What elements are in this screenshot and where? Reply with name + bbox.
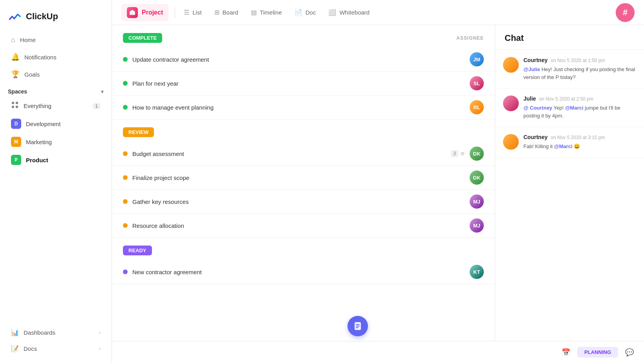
avatar: DK [470,170,484,185]
sidebar-item-notifications[interactable]: 🔔 Notifications [3,49,108,65]
tab-whiteboard[interactable]: ⬜ Whiteboard [323,6,375,19]
task-row[interactable]: New contractor agreement KT [112,260,495,284]
marketing-badge: M [11,137,21,147]
sidebar-item-marketing[interactable]: M Marketing [3,133,108,150]
dashboards-chevron-icon: › [99,330,101,336]
task-row[interactable]: How to manage event planning RL [112,95,495,119]
hash-button[interactable]: # [616,3,635,22]
docs-icon: 📝 [11,345,19,352]
section-complete: COMPLETE ASSIGNEE Update contractor agre… [112,25,495,119]
avatar: RL [470,100,484,114]
home-icon: ⌂ [11,36,15,44]
task-row[interactable]: Resource allocation MJ [112,214,495,238]
tab-doc-label: Doc [306,9,316,16]
sidebar-item-notifications-label: Notifications [24,54,57,60]
logo-text: ClickUp [26,11,58,22]
section-review-header: REVIEW [112,119,495,142]
section-review: REVIEW Budget assessment 3 ⟳ DK Finalize… [112,119,495,238]
svg-rect-0 [12,102,14,104]
chat-avatar [503,57,519,73]
tab-list[interactable]: ☰ List [178,6,207,19]
svg-rect-1 [16,102,18,104]
clickup-logo-icon [8,9,22,24]
chat-avatar [503,134,519,150]
subtask-icon: ⟳ [461,151,465,157]
task-row[interactable]: Plan for next year SL [112,72,495,95]
complete-badge: COMPLETE [123,33,162,43]
top-right-area: # [616,3,635,22]
chat-time: on Nov 5 2020 at 1:50 pm [551,58,605,63]
chat-author: Courtney [523,57,547,63]
chat-time: on Nov 5 2020 at 2:50 pm [539,96,593,102]
sidebar-item-development[interactable]: D Development [3,115,108,132]
top-navigation: Project ☰ List ⊞ Board ▤ Timeline 📄 Doc … [112,0,644,25]
chat-messages: Courtney on Nov 5 2020 at 1:50 pm @Julie… [495,50,644,341]
chat-mention: @Julie [523,66,540,72]
chat-mention: @ Courtney [523,105,552,111]
task-dot-yellow [123,223,128,228]
doc-icon: 📄 [295,9,302,16]
everything-label: Everything [24,103,51,109]
task-dot-purple [123,270,128,274]
tab-timeline[interactable]: ▤ Timeline [245,6,287,19]
task-row[interactable]: Gather key resources MJ [112,190,495,214]
task-name: Update contractor agreement [132,56,465,63]
avatar: MJ [470,194,484,209]
section-ready: READY New contractor agreement KT [112,238,495,284]
spaces-section-header: Spaces ▾ [0,83,112,97]
task-row[interactable]: Finalize project scope DK [112,166,495,190]
nav-divider [175,7,175,18]
sidebar-item-home[interactable]: ⌂ Home [3,32,108,48]
logo: ClickUp [0,6,112,31]
sidebar-item-home-label: Home [20,37,36,43]
chat-mention: @Marci [565,105,584,111]
doc-fab-button[interactable] [348,316,368,336]
tab-timeline-label: Timeline [260,9,282,16]
sidebar-item-docs[interactable]: 📝 Docs › [3,341,108,356]
task-name: How to manage event planning [132,104,465,111]
sidebar-item-goals-label: Goals [24,71,40,78]
chat-title: Chat [505,33,524,43]
sidebar-item-product[interactable]: P Product [3,151,108,169]
tab-list-label: List [192,9,201,16]
chat-icon[interactable]: 💬 [623,346,636,359]
task-row[interactable]: Budget assessment 3 ⟳ DK [112,142,495,166]
planning-badge[interactable]: PLANNING [577,347,618,358]
avatar: SL [470,76,484,90]
spaces-chevron-icon[interactable]: ▾ [101,89,104,95]
task-dot-yellow [123,175,128,180]
task-name: Gather key resources [132,198,465,205]
docs-label: Docs [24,345,37,352]
main-area: Project ☰ List ⊞ Board ▤ Timeline 📄 Doc … [112,0,644,363]
task-name: New contractor agreement [132,269,465,275]
everything-grid-icon [11,101,19,111]
calendar-icon[interactable]: 📅 [559,346,573,359]
avatar: DK [470,147,484,161]
task-dot-green [123,81,128,86]
docs-chevron-icon: › [99,346,101,352]
chat-panel: Chat Courtney on Nov 5 2020 at 1:50 pm @… [495,25,644,341]
avatar: KT [470,265,484,279]
chat-author: Courtney [523,134,547,140]
tab-board[interactable]: ⊞ Board [209,6,244,19]
svg-rect-3 [16,106,18,108]
whiteboard-icon: ⬜ [328,9,336,16]
sidebar-item-goals[interactable]: 🏆 Goals [3,66,108,82]
spaces-label: Spaces [8,88,27,95]
tab-board-label: Board [223,9,238,16]
task-row[interactable]: Update contractor agreement JM [112,48,495,72]
chat-mention: @Marci [554,143,573,149]
content-area: COMPLETE ASSIGNEE Update contractor agre… [112,25,644,341]
sidebar-item-dashboards[interactable]: 📊 Dashboards › [3,325,108,340]
tab-doc[interactable]: 📄 Doc [289,6,322,19]
chat-time: on Nov 5 2020 at 3:15 pm [551,135,605,140]
chat-author: Julie [523,95,536,102]
list-icon: ☰ [184,9,189,16]
chat-message: Courtney on Nov 5 2020 at 3:15 pm Fab! K… [495,127,644,158]
task-count: 3 [451,150,458,157]
ready-badge: READY [123,246,152,255]
marketing-label: Marketing [26,139,52,145]
project-tab[interactable]: Project [121,4,168,21]
sidebar-item-everything[interactable]: Everything 1 [3,97,108,114]
sidebar: ClickUp ⌂ Home 🔔 Notifications 🏆 Goals S… [0,0,112,363]
